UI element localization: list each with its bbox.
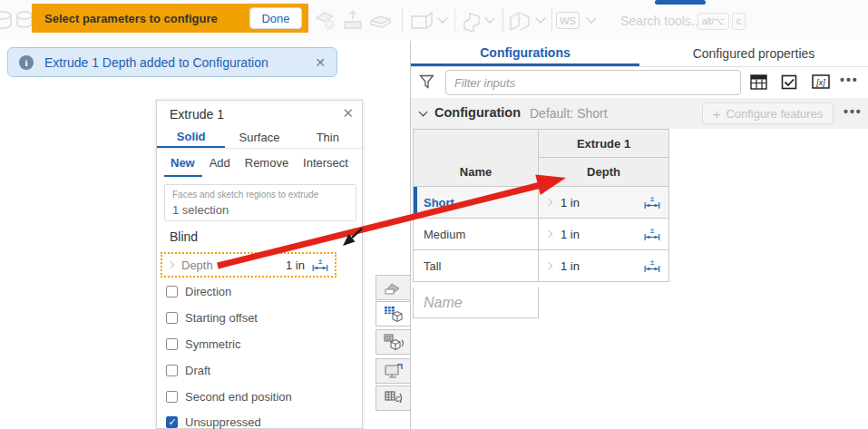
done-button[interactable]: Done bbox=[249, 7, 302, 29]
svg-text:±: ± bbox=[318, 258, 323, 266]
filter-inputs-field[interactable] bbox=[445, 70, 741, 95]
config-row-tall-value[interactable]: 1 in ± bbox=[539, 250, 668, 281]
checkbox-view-icon[interactable] bbox=[781, 74, 797, 90]
close-icon[interactable]: ✕ bbox=[315, 55, 326, 70]
new-configuration-name-input[interactable]: Name bbox=[413, 288, 539, 318]
tab-new[interactable]: New bbox=[171, 156, 195, 170]
configured-dimension-icon[interactable]: ± bbox=[311, 258, 329, 272]
chevron-down-icon[interactable] bbox=[535, 13, 545, 23]
chevron-right-icon bbox=[545, 199, 552, 206]
section-more-options-icon[interactable]: ••• bbox=[844, 104, 863, 119]
chevron-down-icon[interactable] bbox=[586, 13, 596, 23]
tab-configured-properties[interactable]: Configured properties bbox=[639, 41, 868, 66]
config-row-medium-name[interactable]: Medium bbox=[414, 219, 538, 249]
tab-thin[interactable]: Thin bbox=[294, 126, 362, 148]
configure-features-label: Configure features bbox=[726, 107, 823, 121]
chevron-right-icon bbox=[167, 261, 174, 268]
document-tab-indicator bbox=[655, 0, 706, 5]
checkbox-draft[interactable]: Draft bbox=[166, 361, 347, 379]
svg-text:[x]: [x] bbox=[815, 78, 825, 87]
config-row-medium-value[interactable]: 1 in ± bbox=[539, 219, 668, 249]
checkbox[interactable] bbox=[166, 338, 178, 350]
checkbox[interactable] bbox=[166, 312, 178, 324]
table-view-icon[interactable] bbox=[750, 74, 767, 90]
faces-selection-box[interactable]: Faces and sketch regions to extrude 1 se… bbox=[164, 184, 356, 221]
configured-dimension-icon: ± bbox=[643, 258, 661, 273]
configure-features-button[interactable]: + Configure features bbox=[702, 102, 834, 124]
svg-text:c: c bbox=[395, 394, 400, 404]
chevron-down-icon[interactable] bbox=[484, 13, 494, 23]
configuration-preview-panel-button[interactable] bbox=[375, 329, 411, 355]
variables-icon[interactable]: [x] bbox=[812, 74, 830, 89]
depth-parameter-row[interactable]: Depth 1 in ± bbox=[161, 252, 336, 278]
dialog-title: Extrude 1 bbox=[170, 107, 224, 122]
extrude-tool-icon[interactable] bbox=[461, 10, 483, 32]
revolve-icon[interactable] bbox=[0, 9, 13, 31]
tab-configurations[interactable]: Configurations bbox=[411, 41, 639, 66]
sketch-plane-icon[interactable] bbox=[410, 11, 434, 31]
depth-label: Depth bbox=[181, 258, 213, 272]
configured-features-panel-button[interactable]: c bbox=[375, 385, 411, 411]
search-tools-input[interactable]: Search tools... bbox=[620, 14, 702, 28]
filter-icon[interactable] bbox=[419, 74, 435, 90]
checkbox-direction[interactable]: Direction bbox=[166, 282, 347, 300]
feature-column-header[interactable]: Extrude 1 bbox=[539, 130, 668, 157]
boolean-tool-icon[interactable] bbox=[508, 10, 532, 32]
shortcut-badge-c: c bbox=[732, 13, 746, 30]
svg-text:±: ± bbox=[650, 227, 655, 235]
checkbox-second-end-position[interactable]: Second end position bbox=[166, 387, 347, 405]
checkbox[interactable] bbox=[166, 391, 178, 403]
toolbar-separator bbox=[502, 8, 503, 32]
checkbox[interactable] bbox=[166, 365, 178, 376]
configured-dimension-icon: ± bbox=[643, 195, 661, 210]
selection-value: 1 selection bbox=[172, 203, 229, 217]
depth-cell-value[interactable]: 1 in bbox=[561, 196, 580, 210]
svg-text:±: ± bbox=[650, 195, 655, 203]
delete-face-icon[interactable] bbox=[314, 9, 337, 33]
chevron-down-icon[interactable] bbox=[419, 108, 428, 117]
active-tab-underline bbox=[164, 175, 202, 177]
close-icon[interactable]: ✕ bbox=[342, 105, 354, 122]
banner-text: Select parameters to configure bbox=[44, 12, 218, 25]
tab-solid[interactable]: Solid bbox=[157, 126, 225, 148]
workspace-tool-icon[interactable]: WS bbox=[556, 12, 580, 29]
checkbox-label: Starting offset bbox=[185, 311, 258, 325]
end-condition-dropdown[interactable]: Blind bbox=[170, 229, 198, 244]
checkbox-checked[interactable] bbox=[166, 416, 178, 428]
configurations-panel-button[interactable] bbox=[375, 301, 411, 327]
checkbox-symmetric[interactable]: Symmetric bbox=[166, 335, 347, 353]
appearance-panel-button[interactable] bbox=[375, 275, 411, 300]
config-row-short-value[interactable]: 1 in ± bbox=[539, 187, 668, 218]
shortcut-badge-alt: alt/⌥ bbox=[697, 13, 729, 30]
tab-intersect[interactable]: Intersect bbox=[303, 156, 348, 170]
configuration-animate-icon bbox=[383, 334, 405, 351]
shared-views-panel-button[interactable] bbox=[375, 358, 411, 384]
configured-features-icon: c bbox=[384, 390, 404, 407]
chevron-down-icon[interactable] bbox=[437, 13, 447, 23]
more-options-icon[interactable]: ••• bbox=[840, 73, 859, 87]
computer-display-icon bbox=[383, 363, 404, 380]
name-column-header[interactable]: Name bbox=[414, 130, 538, 186]
replace-face-icon[interactable] bbox=[368, 9, 394, 33]
svg-text:±: ± bbox=[650, 258, 655, 267]
depth-cell-value[interactable]: 1 in bbox=[561, 228, 580, 241]
configuration-table: Name Extrude 1 Depth Short 1 in ± Medium… bbox=[413, 129, 669, 282]
checkbox-starting-offset[interactable]: Starting offset bbox=[166, 308, 347, 327]
tab-add[interactable]: Add bbox=[210, 156, 230, 170]
checkbox-unsuppressed[interactable]: Unsuppressed bbox=[166, 413, 347, 429]
selection-label: Faces and sketch regions to extrude bbox=[172, 190, 318, 200]
chevron-right-icon bbox=[545, 230, 552, 238]
tab-surface[interactable]: Surface bbox=[225, 126, 293, 148]
config-row-tall-name[interactable]: Tall bbox=[414, 250, 538, 281]
depth-value[interactable]: 1 in bbox=[286, 258, 305, 272]
move-face-icon[interactable] bbox=[341, 9, 365, 33]
tab-remove[interactable]: Remove bbox=[245, 156, 288, 170]
depth-column-header[interactable]: Depth bbox=[539, 158, 668, 186]
config-row-short-name[interactable]: Short bbox=[414, 187, 538, 218]
depth-cell-value[interactable]: 1 in bbox=[561, 259, 580, 273]
chevron-right-icon bbox=[545, 262, 552, 269]
boolean-type-tabs: New Add Remove Intersect bbox=[157, 149, 362, 177]
configuration-table-cube-icon bbox=[384, 306, 404, 323]
checkbox[interactable] bbox=[166, 286, 178, 297]
panel-tabs: Configurations Configured properties bbox=[411, 41, 868, 67]
